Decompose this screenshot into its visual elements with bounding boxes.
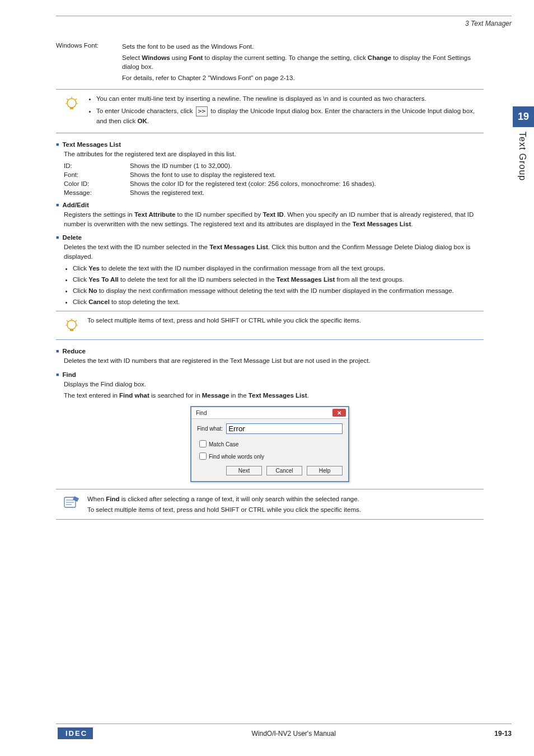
delete-head: ■Delete (56, 234, 484, 241)
chapter-tab: 19 Text Group (513, 106, 534, 181)
svg-point-1 (67, 320, 76, 329)
tml-font-desc: Shows the font to use to display the reg… (130, 171, 484, 178)
find-what-input[interactable] (226, 423, 343, 434)
tip1-bullet1: You can enter multi-line text by inserti… (96, 94, 484, 104)
find-para2: The text entered in Find what is searche… (56, 391, 484, 400)
text-messages-list-head: ■Text Messages List (56, 141, 484, 148)
note-icon (63, 495, 80, 510)
chapter-title: Text Group (513, 132, 527, 181)
find-dialog: Find ✕ Find what: Match Case Find whole … (190, 406, 349, 482)
chapter-number: 19 (513, 106, 534, 127)
tml-colorid-desc: Shows the color ID for the registered te… (130, 180, 484, 187)
whole-words-checkbox[interactable] (199, 452, 207, 460)
note1-line1: When Find is clicked after selecting a r… (87, 494, 484, 504)
tml-message-desc: Shows the registered text. (130, 189, 484, 196)
tip-box-2: To select multiple items of text, press … (56, 311, 484, 340)
next-button[interactable]: Next (226, 466, 262, 475)
windows-font-line3: For details, refer to Chapter 2 "Windows… (122, 73, 484, 82)
cancel-button[interactable]: Cancel (266, 466, 302, 475)
find-dialog-title: Find (196, 410, 207, 416)
note1-line2: To select multiple items of text, press … (87, 505, 484, 515)
unicode-chevron-icon: >> (196, 106, 208, 117)
tml-font-label: Font: (64, 171, 130, 178)
tml-colorid-label: Color ID: (64, 180, 130, 187)
windows-font-label: Windows Font: (56, 42, 122, 85)
add-edit-head: ■Add/Edit (56, 202, 484, 208)
windows-font-line2: Select Windows using Font to display the… (122, 53, 484, 71)
page-number: 19-13 (494, 730, 512, 738)
lightbulb-icon (64, 318, 79, 335)
close-icon[interactable]: ✕ (332, 409, 346, 417)
tip1-bullet2: To enter Unicode characters, click >> to… (96, 106, 484, 127)
delete-li1: Click Yes to delete the text with the ID… (73, 264, 484, 273)
delete-li3: Click No to display the next confirmatio… (73, 286, 484, 295)
windows-font-line1: Sets the font to be used as the Windows … (122, 42, 484, 51)
text-messages-list-intro: The attributes for the registered text a… (56, 150, 484, 159)
note-box-1: When Find is clicked after selecting a r… (56, 489, 484, 520)
add-edit-para: Registers the settings in Text Attribute… (56, 210, 484, 228)
tip2-text: To select multiple items of text, press … (87, 316, 484, 335)
match-case-label: Match Case (209, 441, 238, 447)
reduce-para: Deletes the text with ID numbers that ar… (56, 356, 484, 366)
tip-box-1: You can enter multi-line text by inserti… (56, 89, 484, 133)
tml-id-label: ID: (64, 162, 130, 169)
help-button[interactable]: Help (307, 466, 343, 475)
delete-li4: Click Cancel to stop deleting the text. (73, 297, 484, 306)
svg-point-0 (67, 99, 76, 108)
delete-li2: Click Yes To All to delete the text for … (73, 275, 484, 284)
footer-title: WindO/I-NV2 User's Manual (93, 730, 494, 738)
tml-id-desc: Shows the ID number (1 to 32,000). (130, 162, 484, 169)
find-head: ■Find (56, 371, 484, 378)
lightbulb-icon (64, 96, 79, 113)
find-what-label: Find what: (197, 426, 223, 432)
delete-para: Deletes the text with the ID number sele… (56, 242, 484, 261)
header-breadcrumb: 3 Text Manager (56, 20, 512, 27)
tml-message-label: Message: (64, 189, 130, 196)
whole-words-label: Find whole words only (209, 454, 264, 460)
idec-logo: IDEC (56, 727, 93, 739)
reduce-head: ■Reduce (56, 348, 484, 354)
find-para1: Displays the Find dialog box. (56, 380, 484, 389)
match-case-checkbox[interactable] (199, 440, 207, 447)
